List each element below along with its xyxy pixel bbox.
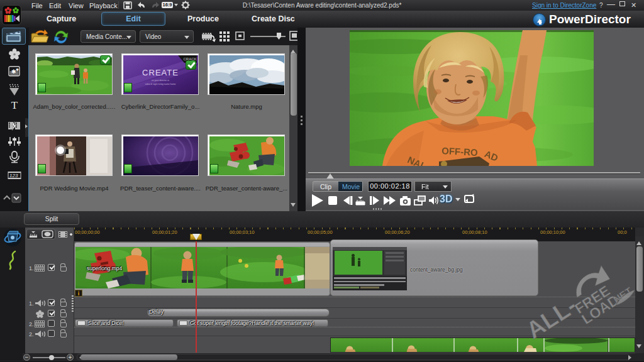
svg-text:123: 123	[9, 173, 18, 178]
svg-text:video & night & big·name·home: video & night & big·name·home	[145, 83, 175, 85]
svg-text:as your director in: as your director in	[152, 79, 169, 82]
svg-text:OFF-RO: OFF-RO	[441, 145, 479, 158]
svg-text:✱: ✱	[16, 68, 19, 72]
svg-text:CREATE: CREATE	[142, 68, 179, 77]
